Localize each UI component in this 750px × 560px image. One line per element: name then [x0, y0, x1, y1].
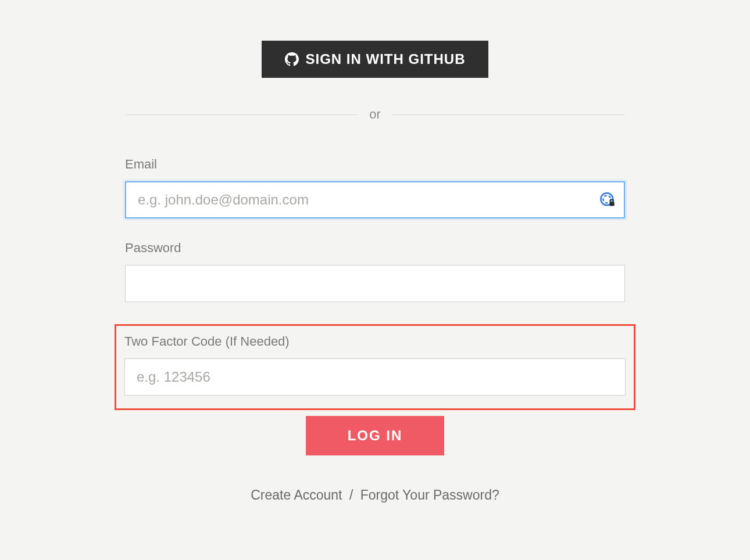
password-field-group: Password [125, 240, 625, 302]
two-factor-field[interactable] [124, 358, 626, 396]
login-button-label: LOG IN [348, 428, 403, 443]
divider-text: or [358, 107, 392, 122]
footer-links: Create Account / Forgot Your Password? [125, 487, 625, 503]
divider-line-right [392, 114, 625, 115]
github-button-label: SIGN IN WITH GITHUB [306, 51, 466, 67]
email-field[interactable] [125, 181, 625, 218]
password-label: Password [125, 240, 625, 256]
sign-in-with-github-button[interactable]: SIGN IN WITH GITHUB [262, 41, 489, 78]
footer-separator: / [349, 487, 353, 502]
email-label: Email [125, 157, 625, 172]
email-input-wrapper [125, 181, 625, 218]
login-button[interactable]: LOG IN [306, 416, 445, 455]
two-factor-field-group: Two Factor Code (If Needed) [124, 334, 626, 396]
two-factor-label: Two Factor Code (If Needed) [124, 334, 626, 349]
password-field[interactable] [125, 265, 625, 302]
create-account-link[interactable]: Create Account [251, 487, 342, 502]
password-manager-icon[interactable] [599, 192, 616, 208]
svg-point-1 [603, 195, 610, 203]
github-icon [285, 52, 299, 66]
divider-line-left [125, 114, 358, 115]
divider: or [125, 107, 625, 122]
two-factor-highlight: Two Factor Code (If Needed) [115, 324, 635, 410]
forgot-password-link[interactable]: Forgot Your Password? [360, 487, 499, 502]
svg-rect-2 [610, 202, 615, 206]
login-form-container: SIGN IN WITH GITHUB or Email Password Tw… [125, 41, 625, 503]
email-field-group: Email [125, 157, 625, 218]
